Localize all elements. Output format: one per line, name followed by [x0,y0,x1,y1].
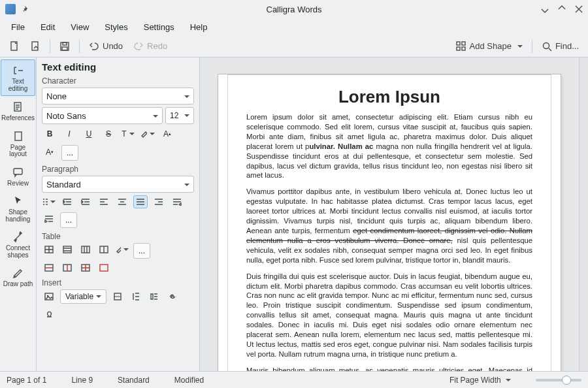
status-zoom-mode[interactable]: Fit Page Width [449,376,511,385]
align-left-button[interactable] [97,195,111,208]
insert-special-button[interactable] [42,308,56,321]
subscript-button[interactable]: A▾ [42,145,57,159]
pin-icon[interactable] [22,5,30,13]
align-justify-button[interactable] [133,195,148,208]
font-size-combo[interactable]: 12 [165,107,194,124]
text-color-button[interactable]: T [120,127,136,141]
maximize-icon[interactable] [558,5,566,13]
align-center-button[interactable] [115,195,129,208]
add-shape-button[interactable]: Add Shape [452,38,527,55]
svg-rect-12 [14,169,22,174]
delete-table-button[interactable] [97,261,111,274]
insert-pagebreak-button[interactable] [110,290,125,303]
main-toolbar: Undo Redo Add Shape Find... [0,35,588,57]
delete-col-button[interactable] [60,261,74,274]
underline-button[interactable]: U [81,127,97,141]
undo-button[interactable]: Undo [85,38,127,55]
status-modified: Modified [174,376,204,385]
menu-view[interactable]: View [63,20,96,35]
menu-edit[interactable]: Edit [33,20,62,35]
paragraph-3: Duis fringilla dui quis est scelerisque … [246,272,532,359]
increase-indent-button[interactable] [78,195,93,208]
character-style-combo[interactable]: None [42,88,194,105]
paragraph-2: Vivamus porttitor dapibus ante, in vesti… [246,187,532,265]
split-cells-button[interactable] [78,261,93,274]
delete-row-button[interactable] [42,261,56,274]
insert-row-button[interactable] [60,243,74,256]
decrease-indent-button[interactable] [60,195,74,208]
insert-table-button[interactable] [42,243,56,256]
section-character: Character [42,76,194,86]
insert-section-button[interactable] [129,290,143,303]
svg-rect-23 [100,265,108,271]
tab-text-editing[interactable]: Text editing [1,59,35,96]
canvas-viewport[interactable]: Lorem Ipsun Lorem ipsum dolor sit amet, … [200,57,579,371]
more-character-button[interactable]: ... [61,145,78,161]
tab-review[interactable]: Review [0,162,36,191]
document-canvas: Lorem Ipsun Lorem ipsum dolor sit amet, … [200,57,588,371]
more-paragraph-button[interactable]: ... [60,212,77,228]
find-button[interactable]: Find... [538,38,583,55]
zoom-slider[interactable] [536,379,581,381]
superscript-button[interactable]: A▴ [159,127,175,141]
menu-settings[interactable]: Settings [137,20,182,35]
tool-tabs: Text editing References Page layout Revi… [0,57,37,371]
svg-point-14 [43,201,44,202]
svg-point-9 [543,42,549,48]
redo-button[interactable]: Redo [129,38,171,55]
svg-rect-4 [62,47,67,50]
paragraph-4: Mauris bibendum aliquam metus, ac venena… [246,366,532,371]
insert-link-button[interactable] [165,290,180,303]
ltr-button[interactable] [170,195,184,208]
minimize-icon[interactable] [541,5,549,13]
redo-label: Redo [147,41,167,51]
add-shape-icon [456,41,466,52]
insert-image-button[interactable] [42,290,56,303]
paragraph-1: Lorem ipsum dolor sit amet, consectetur … [246,112,532,180]
svg-rect-6 [462,42,465,45]
insert-toc-button[interactable] [147,290,161,303]
draw-path-icon [12,267,24,279]
open-button[interactable] [26,38,44,55]
paragraph-style-combo[interactable]: Standard [42,176,194,193]
tab-references[interactable]: References [0,97,36,126]
bold-button[interactable]: B [42,127,57,141]
tab-connect-shapes[interactable]: Connect shapes [0,227,36,263]
insert-variable-button[interactable]: Variable [60,289,106,304]
highlight-color-button[interactable] [140,127,155,141]
tab-shape-handling[interactable]: Shape handling [0,191,36,227]
align-right-button[interactable] [152,195,166,208]
section-paragraph: Paragraph [42,165,194,174]
status-line[interactable]: Line 9 [71,376,93,385]
svg-rect-7 [457,47,460,50]
close-icon[interactable] [575,5,583,13]
add-shape-label: Add Shape [470,41,512,51]
zoom-slider-thumb[interactable] [562,376,571,385]
menu-file[interactable]: File [4,20,32,35]
merge-cells-button[interactable] [97,243,111,256]
border-color-button[interactable] [115,243,129,256]
svg-rect-17 [63,246,71,253]
undo-icon [89,41,99,52]
connect-icon [12,231,24,243]
rtl-button[interactable] [42,212,56,225]
docker-title: Text editing [42,61,194,73]
tab-draw-path[interactable]: Draw path [0,263,36,292]
svg-rect-18 [82,246,90,253]
page-layout-icon [12,131,24,142]
menu-help[interactable]: Help [183,20,215,35]
bullet-list-button[interactable] [42,195,56,208]
more-table-button[interactable]: ... [133,243,150,259]
italic-button[interactable]: I [61,127,77,141]
vertical-scrollbar[interactable] [579,57,588,371]
insert-col-button[interactable] [78,243,93,256]
strikethrough-button[interactable]: S [101,127,116,141]
page-1[interactable]: Lorem Ipsun Lorem ipsum dolor sit amet, … [227,74,551,371]
font-name-combo[interactable]: Noto Sans [42,107,163,124]
status-style[interactable]: Standard [118,376,150,385]
menu-styles[interactable]: Styles [97,20,135,35]
save-button[interactable] [56,38,74,55]
new-button[interactable] [5,38,24,55]
status-page[interactable]: Page 1 of 1 [7,376,46,385]
tab-page-layout[interactable]: Page layout [0,126,36,162]
